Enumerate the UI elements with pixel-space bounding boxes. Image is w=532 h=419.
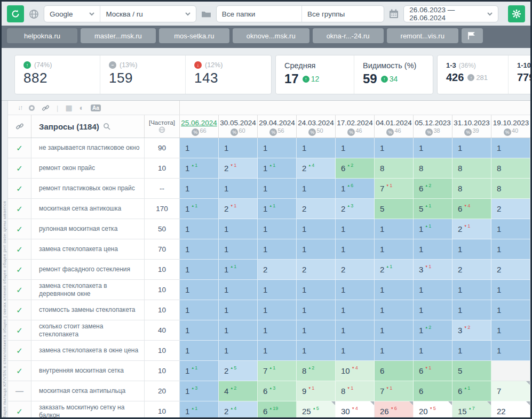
position-value: 8 [380, 164, 384, 173]
top-positions-group: 1-3(36%) 426 ↑281 1-10(66%) 779 ↑ [437, 55, 530, 94]
position-value: 3 [419, 265, 423, 274]
sort-icon[interactable]: ↓↑ [18, 104, 22, 111]
date-label[interactable]: 19.10.2023 [493, 119, 529, 127]
target-icon[interactable] [29, 105, 35, 111]
table-toolbar: ↓↑ | ▦ ◐ Aa [8, 101, 530, 115]
position-value: 1 [302, 346, 306, 355]
position-cell: 6▼4 [452, 199, 491, 219]
row-check-icon[interactable]: ✓ [8, 219, 31, 239]
row-check-icon[interactable]: ✓ [8, 239, 31, 260]
position-cell: 1 [258, 179, 297, 199]
project-tab-remont...vis.ru[interactable]: remont...vis.ru [387, 28, 458, 43]
position-cell: 1 [414, 341, 452, 361]
query-cell[interactable]: ремонт фасадного остекления [31, 260, 145, 280]
position-value: 20 [419, 407, 428, 416]
project-tab-okna-r...-24.ru[interactable]: okna-r...-24.ru [313, 28, 384, 43]
position-value: 30 [341, 407, 350, 416]
date-label[interactable]: 17.02.2024 [337, 119, 373, 127]
position-value: 6 [419, 386, 423, 396]
position-cell: 2 [336, 260, 375, 280]
date-label[interactable]: 24.03.2024 [298, 119, 334, 127]
project-tab-oknove...msk.ru[interactable]: oknove...msk.ru [233, 28, 309, 43]
project-tab-master...msk.ru[interactable]: master...msk.ru [81, 28, 156, 43]
date-label[interactable]: 29.04.2024 [259, 119, 295, 127]
visibility-card: Видимость (%) 59 ↑34 [354, 55, 433, 94]
row-check-icon[interactable]: ✓ [8, 199, 31, 219]
date-label[interactable]: 04.01.2024 [376, 119, 412, 127]
query-cell[interactable]: ремонт окон прайс [31, 158, 145, 179]
position-cell: 1 [414, 280, 452, 300]
position-cell: 1 [219, 219, 258, 239]
date-column-header: 25.06.2024%66 [180, 115, 219, 138]
toolbar-divider: | [57, 104, 58, 112]
row-status-dash-icon[interactable]: — [8, 381, 31, 401]
position-cell: 1 [491, 320, 530, 341]
groups-filter[interactable]: Все группы [301, 6, 384, 22]
stat-card-same: −(13%) 159 [100, 55, 186, 94]
folders-filter[interactable]: Все папки [217, 6, 301, 22]
calendar-icon [389, 9, 399, 19]
visibility-pct-badge: %60 [231, 127, 245, 136]
row-check-icon[interactable]: ✓ [8, 401, 31, 419]
query-cell[interactable]: москитная сетка антипыльца [31, 381, 145, 401]
position-cell: 25▲5 [297, 401, 336, 419]
contrast-icon[interactable]: ◐ [80, 103, 84, 112]
query-cell[interactable]: стоимость замены стеклопакета [31, 300, 145, 320]
position-value: 1 [185, 184, 189, 193]
query-cell[interactable]: сколько стоит замена стеклопакета [31, 320, 145, 341]
position-value: 6 [380, 366, 384, 375]
position-cell: 1▲1 [180, 158, 219, 179]
query-cell[interactable]: внутренняя москитная сетка [31, 361, 145, 381]
project-tab-helpokna.ru[interactable]: helpokna.ru [7, 28, 77, 43]
text-case-icon[interactable]: Aa [91, 104, 101, 111]
search-icon[interactable] [103, 123, 110, 130]
date-label[interactable]: 05.12.2023 [415, 119, 451, 127]
query-cell[interactable]: москитная сетка антикошка [31, 199, 145, 219]
query-cell[interactable]: рулонная москитная сетка [31, 219, 145, 239]
region-select[interactable]: Москва / ru [100, 6, 195, 22]
date-label[interactable]: 25.06.2024 [181, 119, 217, 127]
position-cell: 22 [491, 401, 530, 419]
query-cell[interactable]: заказать москитную сетку на балкон [31, 401, 145, 419]
refresh-button[interactable] [7, 5, 24, 22]
row-check-icon[interactable]: ✓ [8, 341, 31, 361]
query-cell[interactable]: замена стеклопакета цена [31, 239, 145, 260]
query-cell[interactable]: замена стеклопакета в окне цена [31, 341, 145, 361]
query-cell[interactable]: замена стеклопакета в деревянном окне [31, 280, 145, 300]
row-check-icon[interactable]: ✓ [8, 138, 31, 158]
query-cell[interactable]: ремонт пластиковых окон прайс [31, 179, 145, 199]
row-check-icon[interactable]: ✓ [8, 320, 31, 341]
row-check-icon[interactable]: ✓ [8, 361, 31, 381]
position-cell: 3▼1 [414, 260, 452, 280]
date-label[interactable]: 31.10.2023 [454, 119, 490, 127]
link-column-header[interactable] [8, 115, 31, 138]
position-value: 1 [185, 265, 189, 274]
flag-tab[interactable] [462, 28, 483, 43]
position-value: 1 [185, 285, 189, 294]
date-label[interactable]: 30.05.2024 [220, 119, 256, 127]
settings-button[interactable] [508, 5, 525, 22]
row-check-icon[interactable]: ✓ [8, 280, 31, 300]
position-cell: 8 [375, 158, 414, 179]
up-circle-icon: ↑ [303, 76, 309, 83]
link-icon[interactable] [42, 104, 50, 112]
row-check-icon[interactable]: ✓ [8, 179, 31, 199]
position-value: 2 [341, 204, 345, 213]
query-cell[interactable]: не закрывается пластиковое окно [31, 138, 145, 158]
position-cell: 1 [297, 280, 336, 300]
position-cell: 1 [452, 300, 491, 320]
position-change-up: ▲1 [191, 203, 197, 208]
row-check-icon[interactable]: ✓ [8, 260, 31, 280]
table-view-icon[interactable]: ▦ [65, 103, 72, 112]
search-engine-select[interactable]: Google [44, 6, 100, 22]
row-check-icon[interactable]: ✓ [8, 300, 31, 320]
position-cell: 1 [180, 260, 219, 280]
date-range-select[interactable]: 26.06.2023 — 26.06.2024 [404, 6, 498, 22]
position-change-up: ▲2 [347, 163, 353, 168]
frequency-column-header[interactable]: [Частота] [145, 115, 180, 138]
position-value: 1 [497, 285, 501, 294]
row-check-icon[interactable]: ✓ [8, 158, 31, 179]
project-tab-mos-setka.ru[interactable]: mos-setka.ru [159, 28, 229, 43]
frequency-cell: 170 [145, 199, 180, 219]
position-cell: 8 [452, 179, 491, 199]
